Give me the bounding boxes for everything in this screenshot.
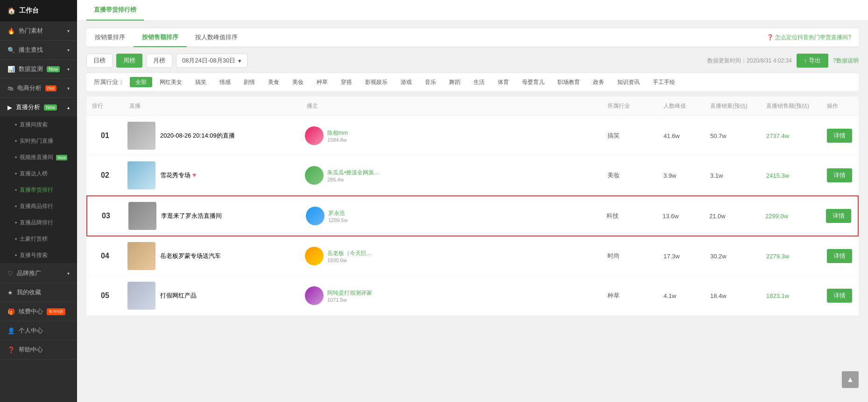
broadcast-cell-2: 李逛来了罗永浩直播间 bbox=[125, 202, 302, 230]
industry-btn-wanghong[interactable]: 网红美女 bbox=[154, 77, 188, 87]
industry-btn-music[interactable]: 音乐 bbox=[419, 77, 442, 87]
industry-cell-0: 搞笑 bbox=[602, 132, 658, 140]
streamer-name-2[interactable]: 罗永浩 bbox=[328, 209, 348, 217]
detail-btn-2[interactable]: 详情 bbox=[826, 209, 851, 223]
industry-btn-handcraft[interactable]: 手工手绘 bbox=[647, 77, 681, 87]
badge-new-live: New bbox=[44, 104, 57, 111]
date-range-select[interactable]: 08月24日-08月30日 ▾ bbox=[176, 54, 247, 68]
streamer-cell-4: 阿纯是打假测评家 1071.5w bbox=[301, 286, 602, 305]
streamer-cell-1: 朱瓜瓜•雅漾全网第... 286.4w bbox=[301, 166, 602, 185]
industry-btn-knowledge[interactable]: 知识资讯 bbox=[612, 77, 645, 87]
sales-amount-cell-0: 2737.4w bbox=[761, 132, 821, 139]
streamer-name-3[interactable]: 岳老板（今天巨... bbox=[327, 250, 371, 257]
industry-btn-drama[interactable]: 剧情 bbox=[238, 77, 261, 87]
sidebar-sub-live-product[interactable]: • 直播商品排行 bbox=[0, 198, 77, 215]
logo-label: 工作台 bbox=[19, 7, 39, 15]
streamer-fans-3: 1930.6w bbox=[327, 257, 371, 263]
industry-cell-4: 种草 bbox=[602, 291, 658, 300]
chevron-icon-hot-material: ▾ bbox=[67, 28, 70, 34]
industry-btn-fashion[interactable]: 穿搭 bbox=[335, 77, 358, 87]
period-monthly[interactable]: 月榜 bbox=[146, 54, 172, 68]
sidebar-sub-live-brand[interactable]: • 直播品牌排行 bbox=[0, 215, 77, 231]
table-row: 01 2020-08-26 20:14:09的直播 陈都mm 1584.8w 搞… bbox=[86, 116, 859, 156]
sidebar-item-data-monitor[interactable]: 📊 数据监测 New ▾ bbox=[0, 60, 77, 78]
sidebar-item-live-analysis[interactable]: ▶ 直播分析 New ▴ bbox=[0, 98, 77, 117]
streamer-name-0[interactable]: 陈都mm bbox=[327, 129, 348, 137]
industry-btn-food[interactable]: 美食 bbox=[262, 77, 285, 87]
sidebar-item-personal[interactable]: 👤 个人中心 bbox=[0, 321, 77, 340]
live-icon: ▶ bbox=[7, 104, 12, 111]
sidebar-item-benefits[interactable]: 🎁 续费中心 年付6折 bbox=[0, 302, 77, 321]
streamer-name-4[interactable]: 阿纯是打假测评家 bbox=[327, 289, 372, 297]
scroll-top-button[interactable]: ▲ bbox=[842, 371, 859, 388]
detail-btn-0[interactable]: 详情 bbox=[827, 129, 852, 143]
period-weekly[interactable]: 周榜 bbox=[116, 54, 142, 68]
sidebar-label-help: 帮助中心 bbox=[19, 346, 43, 354]
sub-tab-sales-amount[interactable]: 按销售额排序 bbox=[134, 28, 187, 47]
industry-cell-2: 科技 bbox=[601, 212, 657, 220]
sidebar-sub-live-goods[interactable]: • 直播带货排行 bbox=[0, 182, 77, 198]
streamer-info-1: 朱瓜瓜•雅漾全网第... 286.4w bbox=[327, 169, 379, 182]
streamer-name-1[interactable]: 朱瓜瓜•雅漾全网第... bbox=[327, 169, 379, 177]
sidebar-sub-tuolao[interactable]: • 土豪打赏榜 bbox=[0, 231, 77, 247]
export-button[interactable]: ↑ 导出 bbox=[797, 54, 829, 68]
action-cell-0: 详情 bbox=[821, 129, 859, 143]
sidebar-sub-live-kol[interactable]: • 直播达人榜 bbox=[0, 166, 77, 182]
sidebar-logo[interactable]: 🏠 工作台 bbox=[0, 0, 77, 21]
sub-tab-sales-count[interactable]: 按销量排序 bbox=[86, 28, 134, 47]
table-wrap: 排行 直播 播主 所属行业 人数峰值 直播销量(预估) 直播销售额(预估) 操作… bbox=[86, 97, 859, 316]
sidebar-sub-hot-live[interactable]: • 实时热门直播 bbox=[0, 133, 77, 149]
badge-hot-ecom: Hot bbox=[45, 85, 56, 91]
detail-btn-4[interactable]: 详情 bbox=[827, 289, 852, 303]
industry-btn-game[interactable]: 游戏 bbox=[395, 77, 417, 87]
industry-btn-life[interactable]: 生活 bbox=[468, 77, 490, 87]
streamer-fans-1: 286.4w bbox=[327, 177, 379, 182]
broadcast-thumb-3 bbox=[127, 242, 155, 270]
tab-live-goods-rank[interactable]: 直播带货排行榜 bbox=[86, 0, 144, 21]
broadcast-thumb-0 bbox=[127, 122, 155, 150]
help-link[interactable]: ❓ 怎么定位抖音热门带货直播间? bbox=[759, 29, 859, 46]
industry-btn-politics[interactable]: 政务 bbox=[587, 77, 610, 87]
peak-viewers-cell-3: 17.3w bbox=[658, 253, 705, 260]
heart-icon-1: ♥ bbox=[192, 171, 196, 179]
sidebar-sub-live-search[interactable]: • 直播间搜索 bbox=[0, 117, 77, 133]
sidebar-item-streamer-find[interactable]: 🔍 播主查找 ▾ bbox=[0, 41, 77, 59]
action-cell-4: 详情 bbox=[821, 289, 859, 303]
table-row: 05 打假网红产品 阿纯是打假测评家 1071.5w 种草 4.1w 18.4w… bbox=[86, 276, 859, 316]
industry-btn-sports[interactable]: 体育 bbox=[492, 77, 515, 87]
sidebar-sub-live-num-search[interactable]: • 直播号搜索 bbox=[0, 247, 77, 263]
industry-btn-grass[interactable]: 种草 bbox=[311, 77, 333, 87]
detail-btn-3[interactable]: 详情 bbox=[827, 249, 852, 263]
detail-btn-1[interactable]: 详情 bbox=[827, 168, 852, 182]
period-daily[interactable]: 日榜 bbox=[86, 54, 113, 68]
th-peak: 人数峰值 bbox=[658, 102, 705, 110]
sidebar-item-ecom[interactable]: 🛍 电商分析 Hot ▾ bbox=[0, 79, 77, 97]
industry-btn-funny[interactable]: 搞笑 bbox=[190, 77, 212, 87]
broadcast-thumb-4 bbox=[127, 282, 155, 310]
industry-filter: 所属行业： 全部网红美女搞笑情感剧情美食美妆种草穿搭影视娱乐游戏音乐舞蹈生活体育… bbox=[86, 73, 859, 91]
industry-btn-entertainment[interactable]: 影视娱乐 bbox=[360, 77, 393, 87]
sidebar-item-brand-push[interactable]: ♡ 品牌推广 ▾ bbox=[0, 264, 77, 283]
industry-btn-dance[interactable]: 舞蹈 bbox=[444, 77, 466, 87]
sidebar-sub-video-push[interactable]: • 视频推直播间 New bbox=[0, 149, 77, 166]
data-explain-link[interactable]: ?数据说明 bbox=[833, 57, 859, 65]
streamer-info-2: 罗永浩 1299.5w bbox=[328, 209, 348, 223]
industry-btn-beauty[interactable]: 美妆 bbox=[287, 77, 309, 87]
sidebar-item-collect[interactable]: ★ 我的收藏 bbox=[0, 283, 77, 302]
industry-btn-career[interactable]: 职场教育 bbox=[552, 77, 586, 87]
broadcast-cell-0: 2020-08-26 20:14:09的直播 bbox=[124, 122, 301, 150]
th-sales-est: 直播销量(预估) bbox=[705, 102, 761, 110]
sidebar: 🏠 工作台 🔥 热门素材 ▾ 🔍 播主查找 ▾ 📊 数据监测 New bbox=[0, 0, 77, 402]
industry-btn-parenting[interactable]: 母婴育儿 bbox=[516, 77, 550, 87]
industry-btn-all[interactable]: 全部 bbox=[130, 77, 152, 87]
streamer-avatar-3 bbox=[305, 247, 324, 265]
gift-icon: 🎁 bbox=[7, 308, 15, 315]
dropdown-icon: ▾ bbox=[238, 57, 241, 64]
sidebar-item-hot-material[interactable]: 🔥 热门素材 ▾ bbox=[0, 21, 77, 40]
industry-btn-love[interactable]: 情感 bbox=[214, 77, 236, 87]
dot-icon-8: • bbox=[15, 252, 17, 259]
fire-icon: 🔥 bbox=[7, 28, 15, 35]
broadcast-cell-3: 岳老板罗蒙专场送汽车 bbox=[124, 242, 301, 270]
sub-tab-peak-viewers[interactable]: 按人数峰值排序 bbox=[187, 28, 246, 47]
sidebar-item-help[interactable]: ❓ 帮助中心 bbox=[0, 340, 77, 359]
